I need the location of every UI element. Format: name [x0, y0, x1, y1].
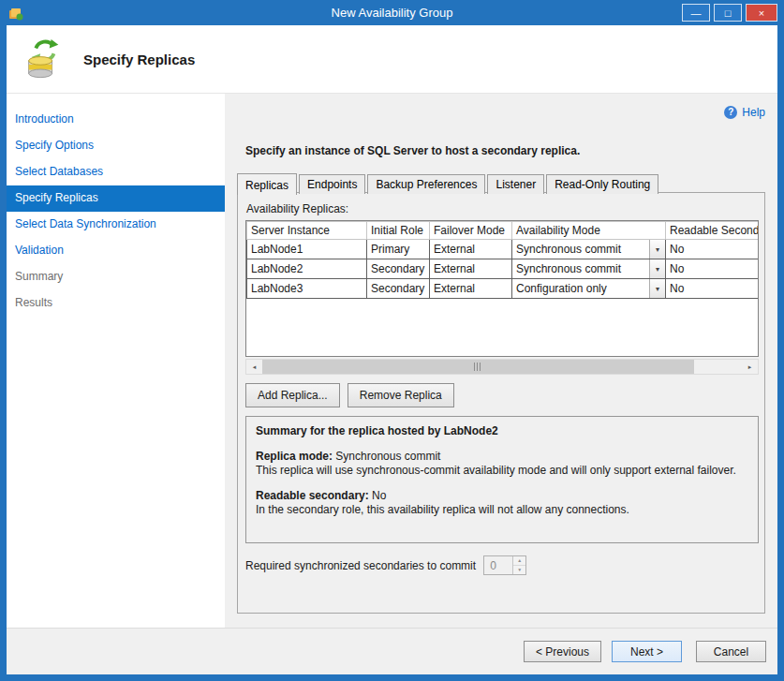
table-row[interactable]: LabNode2 Secondary External Synchronous … [247, 259, 760, 279]
failover-mode-cell[interactable]: External [430, 279, 512, 299]
sidebar-item-specify-options[interactable]: Specify Options [7, 133, 225, 159]
replica-mode-description: This replica will use synchronous-commit… [256, 464, 748, 478]
replica-mode-value: Synchronous commit [333, 450, 440, 463]
minimize-button[interactable]: — [682, 4, 710, 22]
sidebar-item-results: Results [7, 290, 225, 317]
sidebar-item-select-databases[interactable]: Select Databases [7, 159, 225, 185]
dialog-frame: Specify Replicas Introduction Specify Op… [7, 25, 777, 674]
table-row[interactable]: LabNode3 Secondary External Configuratio… [247, 279, 760, 299]
availability-mode-dropdown[interactable]: Synchronous commit ▾ [512, 259, 666, 279]
column-header-initial-role: Initial Role [367, 222, 430, 240]
chevron-down-icon[interactable]: ▾ [649, 240, 665, 259]
close-icon: × [759, 7, 764, 19]
sidebar-item-validation[interactable]: Validation [7, 238, 225, 264]
quorum-value: 0 [484, 556, 512, 574]
availability-replicas-label: Availability Replicas: [246, 202, 757, 215]
readable-secondary-description: In the secondary role, this availability… [256, 503, 748, 517]
quorum-spinner: 0 ▲ ▼ [483, 555, 526, 575]
readable-secondary-cell[interactable]: No [666, 279, 760, 299]
horizontal-scrollbar[interactable]: ◂ ▸ [245, 359, 759, 375]
scrollbar-thumb[interactable] [262, 360, 694, 374]
app-icon [8, 6, 23, 21]
new-availability-group-window: New Availability Group — □ × Specify Rep… [0, 0, 784, 681]
replica-mode-line: Replica mode: Synchronous commit [256, 450, 748, 464]
spin-down-icon: ▼ [513, 566, 525, 574]
replicas-tab-panel: Availability Replicas: Server Instance I… [237, 192, 765, 614]
sidebar-item-select-data-synchronization[interactable]: Select Data Synchronization [7, 212, 225, 238]
initial-role-cell[interactable]: Secondary [367, 259, 430, 279]
scrollbar-track[interactable] [262, 360, 742, 374]
initial-role-cell[interactable]: Primary [367, 240, 430, 259]
availability-group-icon [22, 37, 65, 81]
close-button[interactable]: × [746, 4, 777, 22]
server-instance-cell[interactable]: LabNode1 [247, 240, 367, 259]
table-row[interactable]: LabNode1 Primary External Synchronous co… [247, 240, 760, 259]
spin-up-icon: ▲ [513, 556, 525, 566]
instruction-text: Specify an instance of SQL Server to hos… [245, 144, 765, 157]
remove-replica-button[interactable]: Remove Replica [348, 383, 454, 407]
help-label: Help [742, 106, 765, 119]
availability-mode-dropdown[interactable]: Configuration only ▾ [512, 279, 666, 299]
readable-secondary-cell[interactable]: No [666, 259, 760, 279]
tab-replicas[interactable]: Replicas [237, 173, 297, 195]
add-replica-button[interactable]: Add Replica... [245, 383, 340, 407]
readable-secondary-label: Readable secondary: [256, 489, 369, 502]
replica-mode-label: Replica mode: [256, 450, 333, 463]
readable-secondary-cell[interactable]: No [666, 240, 760, 259]
column-header-failover-mode: Failover Mode [430, 222, 512, 240]
help-link[interactable]: ? Help [237, 105, 765, 120]
previous-button[interactable]: < Previous [524, 641, 601, 662]
summary-title: Summary for the replica hosted by LabNod… [256, 424, 748, 438]
spinner-buttons: ▲ ▼ [512, 556, 525, 574]
wizard-steps-sidebar: Introduction Specify Options Select Data… [7, 94, 225, 628]
tab-endpoints[interactable]: Endpoints [299, 174, 365, 194]
chevron-down-icon[interactable]: ▾ [649, 279, 665, 298]
quorum-row: Required synchronized secondaries to com… [245, 555, 757, 575]
sidebar-item-summary: Summary [7, 264, 225, 290]
tab-backup-preferences[interactable]: Backup Preferences [367, 174, 485, 194]
tab-strip: Replicas Endpoints Backup Preferences Li… [237, 171, 765, 193]
maximize-icon: □ [725, 7, 732, 19]
column-header-readable-secondary: Readable Secondary [666, 222, 760, 240]
sidebar-item-specify-replicas[interactable]: Specify Replicas [7, 185, 225, 212]
failover-mode-cell[interactable]: External [430, 240, 512, 259]
replica-buttons-row: Add Replica... Remove Replica [245, 383, 757, 407]
main-content: ? Help Specify an instance of SQL Server… [225, 94, 777, 628]
tab-listener[interactable]: Listener [487, 174, 544, 194]
column-header-availability-mode: Availability Mode [512, 222, 666, 240]
sidebar-item-introduction[interactable]: Introduction [7, 107, 225, 133]
tab-read-only-routing[interactable]: Read-Only Routing [546, 174, 658, 194]
quorum-label: Required synchronized secondaries to com… [245, 559, 476, 572]
next-button[interactable]: Next > [612, 641, 682, 662]
availability-mode-value: Configuration only [512, 280, 649, 297]
page-title: Specify Replicas [83, 52, 195, 67]
replica-summary-box: Summary for the replica hosted by LabNod… [245, 416, 759, 543]
column-header-server-instance: Server Instance [247, 222, 367, 240]
availability-mode-dropdown[interactable]: Synchronous commit ▾ [512, 240, 666, 259]
server-instance-cell[interactable]: LabNode2 [247, 259, 367, 279]
footer-button-bar: < Previous Next > Cancel [7, 628, 777, 674]
availability-mode-value: Synchronous commit [512, 241, 649, 258]
title-bar: New Availability Group — □ × [7, 0, 777, 25]
server-instance-cell[interactable]: LabNode3 [247, 279, 367, 299]
grid-header-row: Server Instance Initial Role Failover Mo… [247, 222, 760, 240]
scrollbar-grip-icon [474, 363, 481, 371]
replicas-grid: Server Instance Initial Role Failover Mo… [245, 220, 759, 357]
window-title: New Availability Group [7, 6, 777, 20]
scroll-left-arrow[interactable]: ◂ [246, 360, 262, 374]
failover-mode-cell[interactable]: External [430, 259, 512, 279]
readable-secondary-value: No [369, 489, 387, 502]
availability-mode-value: Synchronous commit [512, 260, 649, 277]
initial-role-cell[interactable]: Secondary [367, 279, 430, 299]
maximize-button[interactable]: □ [714, 4, 742, 22]
readable-secondary-line: Readable secondary: No [256, 489, 748, 503]
scroll-right-arrow[interactable]: ▸ [742, 360, 758, 374]
chevron-down-icon[interactable]: ▾ [649, 259, 665, 278]
window-controls: — □ × [682, 4, 777, 22]
help-icon: ? [724, 106, 737, 119]
dialog-body: Introduction Specify Options Select Data… [7, 94, 777, 628]
minimize-icon: — [691, 7, 702, 19]
wizard-header: Specify Replicas [7, 25, 777, 94]
cancel-button[interactable]: Cancel [696, 641, 766, 662]
